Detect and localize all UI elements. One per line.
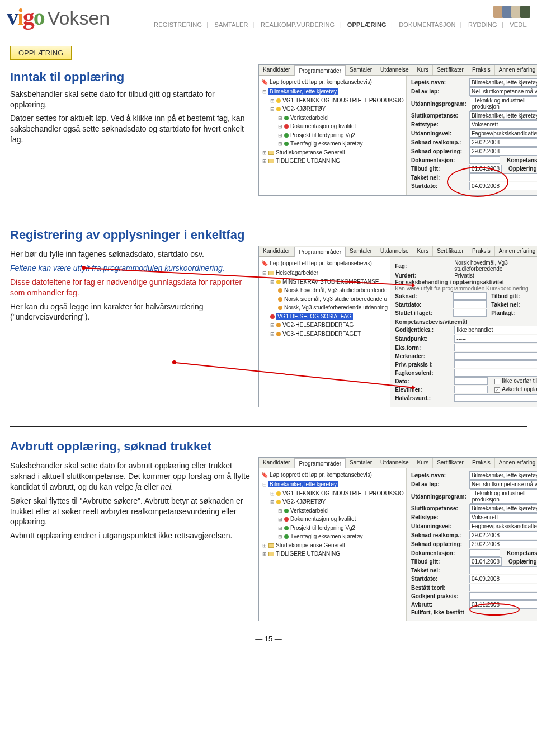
tab[interactable]: Praksis [468,458,495,468]
tab[interactable]: Kandidater [259,458,294,468]
nav-item[interactable]: REGISTRERING [152,21,204,28]
nav-item-active[interactable]: OPPLÆRING [345,21,389,28]
fld-value[interactable]: -Teknikk og industriell produksjon [470,489,537,504]
tab-active[interactable]: Programområder [294,65,346,76]
fld-value[interactable] [454,377,488,385]
fld-value[interactable]: Fagbrev/praksiskandidatløp [469,522,537,530]
fld-value[interactable] [454,394,537,402]
tab[interactable]: Kandidater [259,65,294,75]
tree-item[interactable]: Dokumentasjon og kvalitet [278,122,404,131]
tree-item[interactable]: VG1-TEKNIKK OG INDUSTRIELL PRODUKSJO [270,96,404,105]
fld-value[interactable]: Voksenrett [469,513,537,522]
nav-item[interactable]: RYDDING [466,21,500,28]
tree-item[interactable]: TIDLIGERE UTDANNING [262,550,404,558]
fld-value[interactable]: Nei, sluttkompetanse må velges [469,480,537,489]
tab[interactable]: Utdannelse [376,65,413,75]
tree-item[interactable]: Norsk sidemål, Vg3 studieforberedende u [278,295,388,304]
fld-value[interactable]: 01.04.2008 [469,165,502,173]
fld-value[interactable]: Fagbrev/praksiskandidatløp [469,129,537,138]
fld-value[interactable]: 29.02.2008 [469,540,537,548]
fld-value[interactable] [454,386,488,393]
tree-item[interactable]: Verkstedarbeid [278,114,404,123]
tree-item[interactable]: VG1-TEKNIKK OG INDUSTRIELL PRODUKSJO [270,489,404,498]
fld-value[interactable]: Bilmekaniker, lette kjøretøy [469,111,537,120]
tab[interactable]: Kurs [413,246,434,256]
tab-active[interactable]: Programområder [294,458,346,468]
fld-value[interactable]: 01.11.2008 [469,600,537,609]
fld-value[interactable]: 29.02.2008 [469,138,537,147]
fld-value[interactable]: Nei, sluttkompetanse må velges [469,87,537,96]
tree-item[interactable]: TIDLIGERE UTDANNING [262,157,404,166]
fld-value[interactable]: 04.09.2008 [469,182,537,190]
tree-item[interactable]: Norsk, Vg3 studieforberedende utdanning [278,303,388,312]
tree-item[interactable]: Tverrfaglig eksamen kjøretøy [278,532,404,541]
fld-value[interactable] [454,369,537,377]
tree-item[interactable]: Helsefagarbeider MINSTEKRAV STUDIEKOMPET… [262,269,388,338]
tab[interactable]: Annen erfaring [495,458,537,468]
tab[interactable]: Annen erfaring [495,246,537,256]
tab[interactable]: Sertifikater [433,458,468,468]
nav-item[interactable]: DOKUMENTASJON [397,21,458,28]
fld-value[interactable] [453,309,487,317]
tab[interactable]: Utdannelse [376,458,413,468]
fld-value[interactable] [469,592,537,600]
fld-value[interactable] [454,360,537,368]
tree-item[interactable]: Dokumentasjon og kvalitet [278,515,404,524]
tab[interactable]: Kurs [413,65,434,75]
tab[interactable]: Sertifikater [433,246,468,256]
tab[interactable]: Utdannelse [376,246,413,256]
tree-item-selected[interactable]: VG1 HE.SE. OG SOSIALFAG [270,312,388,321]
tab[interactable]: Samtaler [346,65,376,75]
tab[interactable]: Samtaler [346,246,376,256]
checkbox[interactable] [494,379,500,384]
tab[interactable]: Kurs [413,458,434,468]
fld-value[interactable]: 01.04.2008 [469,557,502,566]
tree[interactable]: 🔖 Løp (opprett ett løp pr. kompetansebev… [259,257,390,407]
tab[interactable]: Samtaler [346,458,376,468]
nav-item[interactable]: VEDL. [507,21,530,28]
tree-item[interactable]: Studiekompetanse Generell [262,148,404,157]
tab[interactable]: Sertifikater [433,65,468,75]
nav-item[interactable]: SAMTALER [213,21,251,28]
tab-active[interactable]: Programområder [294,247,346,257]
fld-value[interactable] [454,344,537,351]
fld-value[interactable]: Ikke behandlet [454,326,537,334]
fld-value[interactable]: 29.02.2008 [469,531,537,539]
tree-item[interactable]: Bilmekaniker, lette kjøretøy VG1-TEKNIKK… [262,87,404,148]
tree[interactable]: 🔖 Løp (opprett ett løp pr. kompetansebev… [259,76,407,195]
fld-value[interactable] [453,292,487,300]
tree-item[interactable]: Bilmekaniker, lette kjøretøy VG1-TEKNIKK… [262,480,404,541]
fld-value[interactable] [453,300,487,308]
tab[interactable]: Annen erfaring [495,65,537,75]
tab[interactable]: Praksis [468,246,495,256]
fld-value[interactable]: Voksenrett [469,120,537,129]
fld-value[interactable]: Bilmekaniker, lette kjøretøy [469,504,537,513]
tree-item[interactable]: VG2-KJØRETØY Verkstedarbeid Dokumentasjo… [270,105,404,148]
tree-item[interactable]: VG3-HELSEARBEIDERFAGET [270,330,388,339]
fld-value[interactable] [469,173,537,181]
tree-item[interactable]: Norsk hovedmål, Vg3 studieforberedende [278,286,388,295]
fld-value[interactable] [469,156,500,164]
fld-value[interactable]: ----- [454,335,537,343]
tree-item[interactable]: Tverrfaglig eksamen kjøretøy [278,139,404,148]
tree-item[interactable]: VG2-KJØRETØY Verkstedarbeid Dokumentasjo… [270,497,404,541]
nav-item[interactable]: REALKOMP.VURDERING [258,21,337,28]
fld-value[interactable]: Bilmekaniker, lette kjøretøy [469,471,537,480]
tree-item[interactable]: Studiekompetanse Generell [262,541,404,550]
tree-item[interactable]: Prosjekt til fordypning Vg2 [278,524,404,533]
tree-item[interactable]: Prosjekt til fordypning Vg2 [278,131,404,140]
fld-value[interactable]: 29.02.2008 [469,147,537,156]
fld-value[interactable]: 04.09.2008 [469,575,537,583]
fld-value[interactable] [454,352,537,360]
tab[interactable]: Praksis [468,65,495,75]
tree-item[interactable]: Verkstedarbeid [278,506,404,515]
fld-value[interactable] [469,549,500,557]
tree[interactable]: 🔖 Løp (opprett ett løp pr. kompetansebev… [259,468,407,621]
fld-value[interactable] [469,584,537,591]
fld-value[interactable]: Bilmekaniker, lette kjøretøy [469,78,537,87]
fld-value[interactable]: -Teknikk og industriell produksjon [470,96,537,111]
tab[interactable]: Kandidater [259,246,294,256]
checkbox-checked[interactable]: ✓ [494,387,500,393]
fld-value[interactable] [469,566,537,574]
tree-item[interactable]: VG2-HELSEARBEIDERFAG [270,321,388,330]
